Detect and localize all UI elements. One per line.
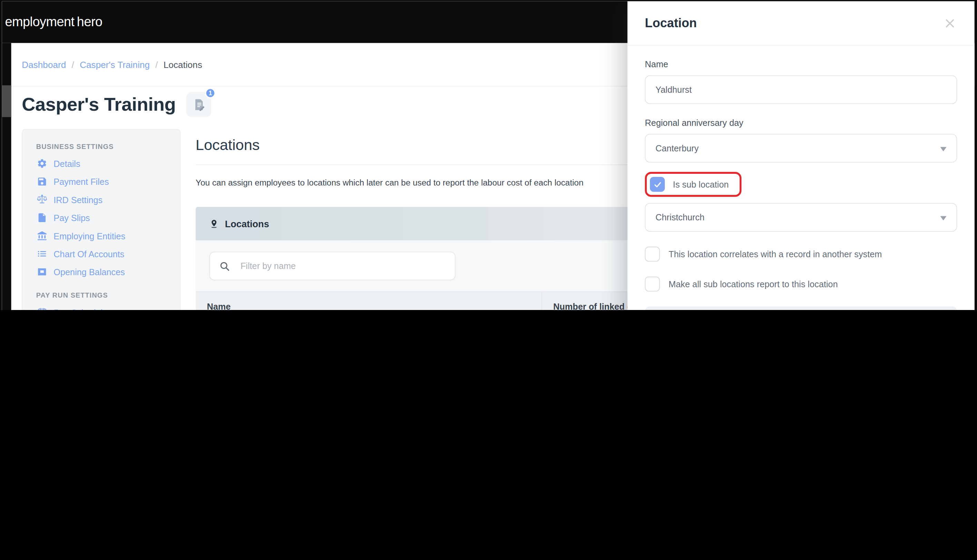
main-content: Locations You can assign employees to lo…	[195, 128, 675, 310]
drawer-header: Location	[628, 2, 975, 45]
sidebar-section-label: PAY RUN SETTINGS	[22, 281, 180, 303]
anniversary-label: Regional anniversary day	[645, 118, 957, 128]
bank-icon	[36, 230, 48, 242]
close-icon[interactable]	[944, 18, 955, 29]
screenshot-frame: employmenthero Dashboard / Casper's Trai…	[0, 0, 977, 310]
caret-down-icon	[940, 216, 946, 221]
page-title: Casper's Training	[22, 94, 175, 115]
parent-location-select[interactable]: Christchurch	[645, 203, 957, 232]
breadcrumb-dashboard[interactable]: Dashboard	[22, 59, 66, 69]
search-band	[195, 240, 669, 292]
left-strip-accent	[2, 85, 11, 117]
left-dark-strip	[2, 43, 11, 310]
logo-part-2: hero	[77, 15, 102, 29]
caret-down-icon	[940, 147, 946, 152]
sidebar-item-payment-files[interactable]: Payment Files	[22, 172, 180, 190]
breadcrumb-separator: /	[155, 59, 158, 69]
locations-panel-title: Locations	[225, 218, 269, 229]
correlates-checkbox[interactable]	[645, 247, 660, 262]
sidebar-section-label: BUSINESS SETTINGS	[22, 132, 180, 155]
ledger-icon	[36, 266, 48, 278]
search-icon	[219, 260, 230, 272]
floppy-icon	[36, 176, 48, 187]
notification-badge: 1	[205, 88, 215, 98]
scales-icon	[36, 194, 48, 205]
sidebar-item-pay-slips[interactable]: Pay Slips	[22, 208, 180, 227]
sidebar-item-details[interactable]: Details	[22, 155, 180, 172]
logo-part-1: employment	[5, 15, 74, 29]
notes-button[interactable]: 1	[186, 92, 211, 117]
drawer-title: Location	[645, 16, 697, 30]
anniversary-select[interactable]: Canterbury	[645, 134, 957, 162]
is-sub-location-label: Is sub location	[673, 179, 729, 189]
default-shift-conditions-panel[interactable]: Default Shift Conditions i Add	[645, 307, 957, 310]
sidebar-item-ird-settings[interactable]: IRD Settings	[22, 191, 180, 208]
document-note-icon	[192, 98, 206, 112]
check-icon	[653, 180, 662, 189]
column-header-name: Name	[195, 301, 541, 310]
location-name-input[interactable]	[645, 75, 957, 104]
locations-panel: Locations Name Number of linked e Christ…	[195, 207, 669, 310]
correlates-row[interactable]: This location correlates with a record i…	[645, 247, 957, 262]
calendar-icon	[36, 307, 48, 310]
name-label: Name	[645, 59, 957, 69]
anniversary-value: Canterbury	[655, 143, 698, 153]
employment-hero-logo[interactable]: employmenthero	[5, 15, 102, 29]
sidebar-item-label: IRD Settings	[53, 195, 102, 205]
sidebar-item-pay-schedules[interactable]: Pay Schedules	[22, 303, 180, 310]
filter-by-name-input[interactable]	[239, 260, 446, 272]
breadcrumb-current: Locations	[164, 59, 202, 69]
report-row[interactable]: Make all sub locations report to this lo…	[645, 277, 957, 292]
heading-divider	[195, 165, 669, 165]
map-pin-icon	[209, 218, 219, 229]
sidebar-item-label: Employing Entities	[53, 231, 125, 241]
sidebar-item-label: Opening Balances	[53, 267, 125, 277]
sidebar-item-employing-entities[interactable]: Employing Entities	[22, 227, 180, 245]
breadcrumb-business[interactable]: Casper's Training	[80, 59, 150, 69]
report-label: Make all sub locations report to this lo…	[668, 279, 838, 289]
locations-panel-header: Locations	[195, 207, 669, 241]
breadcrumb-separator: /	[72, 59, 74, 69]
gear-icon	[36, 158, 48, 169]
sidebar-item-label: Chart Of Accounts	[53, 249, 124, 259]
section-description: You can assign employees to locations wh…	[195, 178, 675, 188]
sidebar-item-label: Payment Files	[53, 177, 109, 187]
section-heading: Locations	[195, 137, 675, 154]
report-checkbox[interactable]	[645, 277, 660, 292]
sidebar-item-opening-balances[interactable]: Opening Balances	[22, 263, 180, 281]
page-title-row: Casper's Training 1	[22, 92, 211, 117]
sidebar: BUSINESS SETTINGSDetailsPayment FilesIRD…	[22, 129, 181, 310]
location-drawer: Location Name Regional anniversary day C…	[628, 2, 975, 310]
app-window: employmenthero Dashboard / Casper's Trai…	[2, 2, 974, 310]
sidebar-item-label: Pay Slips	[53, 213, 90, 223]
table-header: Name Number of linked e	[195, 292, 669, 310]
is-sub-location-checkbox[interactable]	[650, 177, 665, 192]
search-box	[209, 252, 455, 280]
file-icon	[36, 212, 48, 223]
sidebar-item-chart-of-accounts[interactable]: Chart Of Accounts	[22, 245, 180, 263]
parent-location-value: Christchurch	[655, 212, 705, 222]
list-icon	[36, 248, 48, 260]
sidebar-item-label: Pay Schedules	[53, 307, 112, 310]
sub-location-highlight: Is sub location	[645, 172, 741, 197]
sidebar-item-label: Details	[53, 158, 80, 168]
correlates-label: This location correlates with a record i…	[668, 249, 882, 259]
